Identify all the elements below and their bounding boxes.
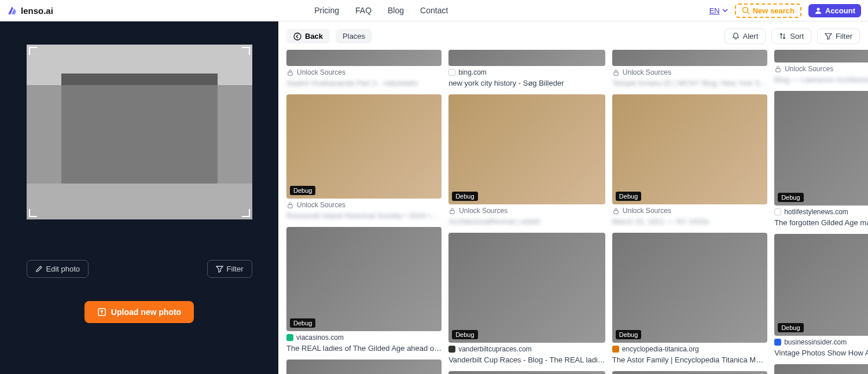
sort-label: Sort	[790, 32, 804, 41]
result-card[interactable]	[774, 364, 868, 374]
result-card[interactable]: bing.com new york city history - Søg Bil…	[448, 50, 605, 87]
arrow-left-icon	[293, 32, 301, 41]
back-label: Back	[305, 32, 323, 41]
result-title: Roosevelt Island Historical Society • 20…	[286, 211, 442, 220]
result-card[interactable]: Debug vanderbiltcupraces.com Vanderbilt …	[448, 233, 605, 364]
debug-badge: Debug	[778, 193, 803, 202]
svg-rect-5	[61, 79, 218, 184]
result-card[interactable]: Debug encyclopedia-titanica.org The Asto…	[612, 233, 767, 364]
debug-badge: Debug	[452, 192, 477, 201]
brand[interactable]: lenso.ai	[7, 5, 53, 16]
logo-icon	[7, 5, 17, 16]
debug-badge: Debug	[616, 330, 641, 339]
crop-corner-icon	[242, 47, 250, 55]
header-actions: EN New search Account	[709, 3, 861, 18]
upload-label: Upload new photo	[111, 307, 181, 317]
result-source[interactable]: hotlifestylenews.com	[774, 208, 868, 216]
edit-photo-button[interactable]: Edit photo	[27, 260, 89, 278]
result-source[interactable]: businessinsider.com	[774, 338, 868, 346]
svg-rect-13	[614, 72, 618, 75]
result-thumb	[774, 364, 868, 374]
lock-icon	[612, 207, 620, 215]
result-thumb	[612, 50, 767, 66]
result-source[interactable]: viacasinos.com	[286, 333, 442, 342]
upload-photo-button[interactable]: Upload new photo	[84, 301, 194, 323]
account-label: Account	[825, 6, 855, 15]
result-card[interactable]: Unlock Sources Temple Emanu-El | MCNY Bl…	[612, 50, 767, 87]
result-card[interactable]	[286, 360, 442, 374]
lock-icon	[448, 207, 456, 215]
result-card[interactable]: Debug hotlifestylenews.com The forgotten…	[774, 91, 868, 227]
crop-corner-icon	[242, 209, 250, 217]
result-source[interactable]: bing.com	[448, 68, 605, 76]
result-thumb: Debug	[448, 233, 605, 343]
bell-icon	[732, 32, 740, 40]
result-thumb: Debug	[448, 94, 605, 204]
result-card[interactable]: Debug Unlock Sources March 15, 1921 — NY…	[612, 94, 767, 226]
nav-pricing[interactable]: Pricing	[314, 6, 339, 15]
unlock-sources[interactable]: Unlock Sources	[774, 65, 868, 73]
account-button[interactable]: Account	[808, 4, 861, 17]
nav-contact[interactable]: Contact	[420, 6, 448, 15]
svg-point-9	[294, 33, 301, 40]
places-tab[interactable]: Places	[336, 29, 372, 43]
alert-button[interactable]: Alert	[724, 28, 766, 44]
result-card[interactable]: Unlock Sources Blog — Lawrance Architect…	[774, 50, 868, 84]
language-label: EN	[709, 6, 720, 15]
debug-badge: Debug	[778, 323, 803, 332]
brand-name: lenso.ai	[21, 6, 53, 16]
language-select[interactable]: EN	[709, 6, 728, 15]
app-header: lenso.ai Pricing FAQ Blog Contact EN New…	[0, 0, 868, 21]
svg-line-1	[748, 12, 749, 14]
result-card[interactable]	[612, 371, 767, 374]
debug-badge: Debug	[452, 330, 477, 339]
sidebar-filter-button[interactable]: Filter	[207, 260, 252, 278]
new-search-button[interactable]: New search	[735, 3, 801, 18]
results-filter-button[interactable]: Filter	[817, 28, 860, 44]
result-card[interactable]	[448, 371, 605, 374]
query-image[interactable]	[27, 45, 252, 219]
result-title: Temple Emanu-El | MCNY Blog: New York S…	[612, 79, 767, 87]
result-title: The forgotten Gilded Age mansions of Ne…	[774, 218, 868, 227]
result-title: Blog — Lawrance Architectural Presentati…	[774, 75, 868, 84]
edit-icon	[35, 265, 43, 273]
alert-label: Alert	[743, 32, 759, 41]
favicon-icon	[286, 334, 293, 341]
lock-icon	[286, 69, 294, 76]
svg-rect-12	[450, 210, 454, 214]
results-toolbar: Back Places Alert Sort Filter	[286, 28, 860, 44]
svg-rect-14	[614, 210, 618, 214]
result-thumb	[448, 50, 605, 66]
sort-button[interactable]: Sort	[771, 28, 811, 44]
nav-blog[interactable]: Blog	[388, 6, 404, 15]
results-panel: Back Places Alert Sort Filter	[278, 21, 868, 374]
result-card[interactable]: Unlock Sources Swami Vivekananda Part 3 …	[286, 50, 442, 87]
result-card[interactable]: Debug Unlock Sources Roosevelt Island Hi…	[286, 94, 442, 220]
result-card[interactable]: Debug businessinsider.com Vintage Photos…	[774, 234, 868, 357]
result-source[interactable]: vanderbiltcupraces.com	[448, 345, 605, 353]
result-title: Swami Vivekananda Part 3 - naturetails	[286, 79, 442, 87]
unlock-sources[interactable]: Unlock Sources	[448, 207, 605, 215]
svg-rect-7	[27, 184, 252, 219]
result-card[interactable]: Debug viacasinos.com The REAL ladies of …	[286, 227, 442, 353]
unlock-sources[interactable]: Unlock Sources	[286, 201, 442, 209]
nav-faq[interactable]: FAQ	[355, 6, 372, 15]
result-thumb: Debug	[612, 233, 767, 343]
result-thumb	[286, 360, 442, 374]
back-button[interactable]: Back	[286, 29, 330, 43]
result-thumb	[448, 371, 605, 374]
result-card[interactable]: Debug Unlock Sources ArchitecturalReviva…	[448, 94, 605, 226]
filter-icon	[216, 265, 223, 273]
result-title: The Astor Family | Encyclopedia Titanica…	[612, 355, 767, 364]
edit-label: Edit photo	[46, 265, 80, 273]
result-thumb: Debug	[774, 91, 868, 206]
result-source[interactable]: encyclopedia-titanica.org	[612, 345, 767, 353]
user-icon	[814, 6, 822, 14]
svg-rect-6	[61, 74, 218, 85]
unlock-sources[interactable]: Unlock Sources	[612, 68, 767, 76]
result-title: new york city history - Søg Billeder	[448, 79, 605, 87]
unlock-sources[interactable]: Unlock Sources	[612, 207, 767, 215]
chevron-down-icon	[722, 8, 728, 13]
unlock-sources[interactable]: Unlock Sources	[286, 68, 442, 76]
result-thumb	[774, 50, 868, 63]
